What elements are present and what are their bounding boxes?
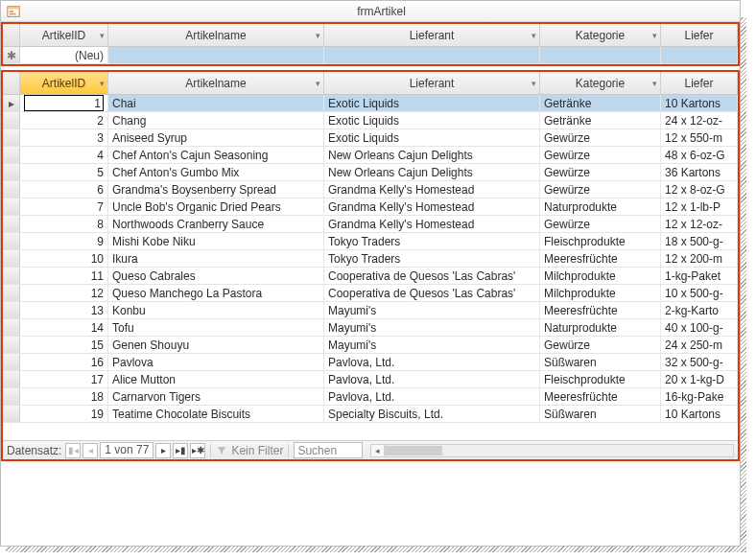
cell-lieferant[interactable]: Cooperativa de Quesos 'Las Cabras': [324, 268, 540, 284]
cell-kategorie[interactable]: Gewürze: [540, 337, 661, 353]
cell-lieferant[interactable]: Grandma Kelly's Homestead: [324, 181, 540, 198]
column-header-liefer[interactable]: Liefer: [661, 24, 738, 46]
cell-artikelname[interactable]: Teatime Chocolate Biscuits: [108, 406, 324, 422]
cell-artikelname[interactable]: Aniseed Syrup: [108, 129, 324, 146]
cell-artikelid[interactable]: 3: [20, 129, 108, 146]
cell-new-kategorie[interactable]: [540, 47, 661, 63]
cell-artikelname[interactable]: Chang: [108, 112, 324, 128]
cell-artikelname[interactable]: Queso Manchego La Pastora: [108, 285, 324, 301]
cell-artikelid[interactable]: 7: [20, 198, 108, 215]
cell-artikelname[interactable]: Alice Mutton: [108, 371, 324, 387]
new-record-row[interactable]: ✱ (Neu): [3, 47, 738, 64]
cell-kategorie[interactable]: Milchprodukte: [540, 285, 661, 301]
filter-indicator[interactable]: Kein Filter: [216, 444, 283, 457]
cell-liefer[interactable]: 12 x 1-lb-P: [661, 198, 738, 215]
cell-kategorie[interactable]: Getränke: [540, 112, 661, 128]
row-selector[interactable]: [3, 147, 20, 163]
row-selector[interactable]: [3, 302, 20, 318]
table-row[interactable]: 11Queso CabralesCooperativa de Quesos 'L…: [3, 268, 738, 285]
cell-lieferant[interactable]: Mayumi's: [324, 337, 540, 353]
cell-new-artikelid[interactable]: (Neu): [20, 47, 108, 63]
cell-artikelname[interactable]: Chef Anton's Cajun Seasoning: [108, 147, 324, 163]
cell-kategorie[interactable]: Meeresfrüchte: [540, 388, 661, 405]
cell-artikelname[interactable]: Uncle Bob's Organic Dried Pears: [108, 198, 324, 215]
cell-lieferant[interactable]: Mayumi's: [324, 319, 540, 336]
chevron-down-icon[interactable]: ▾: [532, 31, 536, 40]
table-row[interactable]: 14TofuMayumi'sNaturprodukte40 x 100-g-: [3, 319, 738, 337]
cell-lieferant[interactable]: New Orleans Cajun Delights: [324, 147, 540, 163]
table-row[interactable]: 10IkuraTokyo TradersMeeresfrüchte12 x 20…: [3, 250, 738, 268]
cell-liefer[interactable]: 40 x 100-g-: [661, 319, 738, 336]
table-row[interactable]: 5Chef Anton's Gumbo MixNew Orleans Cajun…: [3, 164, 738, 181]
cell-kategorie[interactable]: Naturprodukte: [540, 198, 661, 215]
cell-liefer[interactable]: 18 x 500-g-: [661, 233, 738, 249]
cell-kategorie[interactable]: Gewürze: [540, 181, 661, 198]
table-row[interactable]: 18Carnarvon TigersPavlova, Ltd.Meeresfrü…: [3, 388, 738, 406]
row-selector[interactable]: [3, 250, 20, 267]
cell-artikelid[interactable]: 11: [20, 268, 108, 284]
row-selector[interactable]: [3, 337, 20, 353]
table-row[interactable]: 4Chef Anton's Cajun SeasoningNew Orleans…: [3, 147, 738, 164]
column-header-artikelid[interactable]: ArtikelID▾: [20, 72, 108, 94]
row-selector[interactable]: [3, 198, 20, 215]
cell-lieferant[interactable]: New Orleans Cajun Delights: [324, 164, 540, 180]
cell-liefer[interactable]: 16-kg-Pake: [661, 388, 738, 405]
row-selector[interactable]: [3, 181, 20, 198]
cell-artikelname[interactable]: Carnarvon Tigers: [108, 388, 324, 405]
cell-artikelname[interactable]: Queso Cabrales: [108, 268, 324, 284]
cell-lieferant[interactable]: Pavlova, Ltd.: [324, 354, 540, 370]
cell-artikelid[interactable]: 9: [20, 233, 108, 249]
cell-kategorie[interactable]: Gewürze: [540, 129, 661, 146]
table-row[interactable]: 16PavlovaPavlova, Ltd.Süßwaren32 x 500-g…: [3, 354, 738, 371]
table-row[interactable]: 13KonbuMayumi'sMeeresfrüchte2-kg-Karto: [3, 302, 738, 319]
cell-kategorie[interactable]: Süßwaren: [540, 354, 661, 370]
cell-kategorie[interactable]: Fleischprodukte: [540, 371, 661, 387]
row-selector[interactable]: [3, 406, 20, 422]
row-selector[interactable]: [3, 129, 20, 146]
cell-artikelid[interactable]: 12: [20, 285, 108, 301]
cell-lieferant[interactable]: Exotic Liquids: [324, 129, 540, 146]
cell-kategorie[interactable]: Gewürze: [540, 147, 661, 163]
column-header-artikelname[interactable]: Artikelname▾: [108, 72, 324, 94]
cell-liefer[interactable]: 10 x 500-g-: [661, 285, 738, 301]
row-selector[interactable]: [3, 388, 20, 405]
datasheet-body[interactable]: ▸1ChaiExotic LiquidsGetränke10 Kartons2C…: [3, 95, 738, 440]
cell-artikelid[interactable]: 14: [20, 319, 108, 336]
chevron-down-icon[interactable]: ▾: [100, 79, 105, 88]
cell-artikelid[interactable]: 17: [20, 371, 108, 387]
row-selector[interactable]: [3, 216, 20, 232]
cell-artikelid[interactable]: 15: [20, 337, 108, 353]
scroll-left-button[interactable]: ◂: [371, 445, 385, 456]
cell-new-artikelname[interactable]: [108, 47, 324, 63]
table-row[interactable]: 8Northwoods Cranberry SauceGrandma Kelly…: [3, 216, 738, 233]
row-selector[interactable]: [3, 354, 20, 370]
cell-lieferant[interactable]: Pavlova, Ltd.: [324, 371, 540, 387]
cell-kategorie[interactable]: Meeresfrüchte: [540, 250, 661, 267]
cell-artikelid[interactable]: 18: [20, 388, 108, 405]
table-row[interactable]: 19Teatime Chocolate BiscuitsSpecialty Bi…: [3, 406, 738, 423]
cell-kategorie[interactable]: Gewürze: [540, 216, 661, 232]
table-row[interactable]: 7Uncle Bob's Organic Dried PearsGrandma …: [3, 198, 738, 216]
table-row[interactable]: 15Genen ShouyuMayumi'sGewürze24 x 250-m: [3, 337, 738, 354]
cell-liefer[interactable]: 20 x 1-kg-D: [661, 371, 738, 387]
cell-liefer[interactable]: 12 x 550-m: [661, 129, 738, 146]
cell-artikelname[interactable]: Chai: [108, 95, 324, 111]
cell-artikelname[interactable]: Pavlova: [108, 354, 324, 370]
column-header-kategorie[interactable]: Kategorie▾: [540, 24, 661, 46]
cell-artikelname[interactable]: Genen Shouyu: [108, 337, 324, 353]
nav-new-button[interactable]: ▸✱: [190, 443, 205, 458]
chevron-down-icon[interactable]: ▾: [652, 79, 657, 88]
row-selector[interactable]: [3, 371, 20, 387]
cell-artikelid[interactable]: 16: [20, 354, 108, 370]
cell-kategorie[interactable]: Süßwaren: [540, 406, 661, 422]
cell-lieferant[interactable]: Cooperativa de Quesos 'Las Cabras': [324, 285, 540, 301]
cell-artikelname[interactable]: Tofu: [108, 319, 324, 336]
cell-kategorie[interactable]: Getränke: [540, 95, 661, 111]
scroll-thumb[interactable]: [385, 446, 442, 455]
nav-next-button[interactable]: ▸: [155, 443, 171, 458]
cell-lieferant[interactable]: Tokyo Traders: [324, 233, 540, 249]
cell-liefer[interactable]: 10 Kartons: [661, 406, 738, 422]
cell-liefer[interactable]: 1-kg-Paket: [661, 268, 738, 284]
cell-lieferant[interactable]: Grandma Kelly's Homestead: [324, 198, 540, 215]
cell-lieferant[interactable]: Pavlova, Ltd.: [324, 388, 540, 405]
